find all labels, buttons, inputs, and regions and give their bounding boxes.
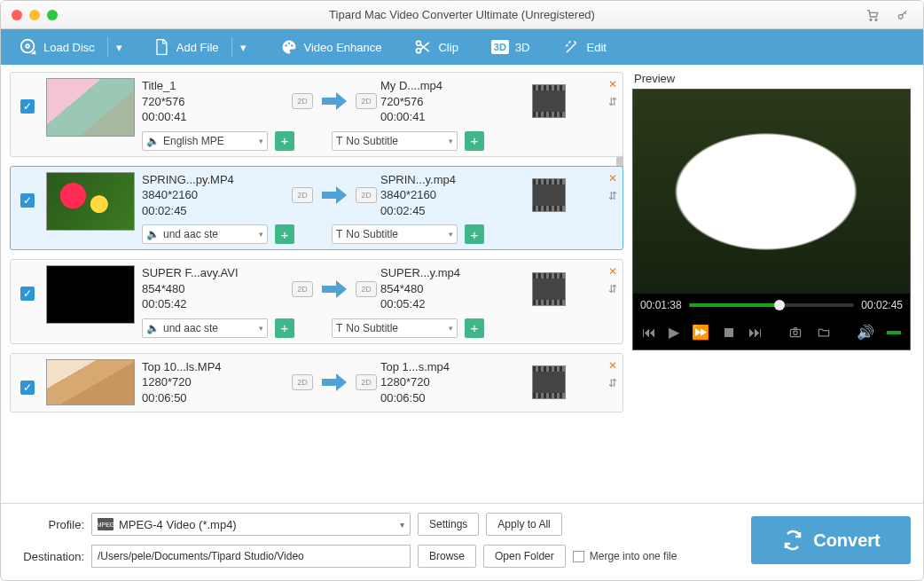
three-d-label: 3D bbox=[515, 41, 530, 54]
output-format-icon[interactable] bbox=[532, 178, 566, 212]
disc-icon bbox=[19, 37, 38, 57]
thumbnail[interactable] bbox=[46, 172, 135, 231]
main-toolbar: Load Disc ▾ Add File ▾ Video Enhance Cli… bbox=[1, 29, 923, 65]
convert-arrow-icon bbox=[317, 183, 352, 208]
add-audio-button[interactable]: + bbox=[275, 224, 294, 244]
target-resolution: 1280*720 bbox=[380, 374, 527, 390]
list-item[interactable]: ✓ SUPER F...avy.AVI 854*480 00:05:42 2D … bbox=[10, 259, 623, 344]
add-subtitle-button[interactable]: + bbox=[465, 131, 484, 151]
add-subtitle-button[interactable]: + bbox=[465, 318, 484, 338]
add-file-icon bbox=[152, 37, 171, 57]
open-folder-button[interactable]: Open Folder bbox=[483, 545, 566, 568]
remove-item-icon[interactable]: ✕ bbox=[608, 265, 617, 278]
list-item[interactable]: ✓ Top 10...ls.MP4 1280*720 00:06:50 2D 2… bbox=[10, 353, 623, 412]
convert-arrow-icon bbox=[317, 277, 352, 302]
subtitle-icon: T bbox=[336, 135, 342, 147]
video-enhance-button[interactable]: Video Enhance bbox=[272, 29, 389, 65]
three-d-button[interactable]: 3D 3D bbox=[483, 29, 537, 65]
seek-slider[interactable] bbox=[689, 303, 855, 307]
subtitle-icon: T bbox=[336, 322, 342, 334]
add-file-dropdown[interactable]: ▾ bbox=[231, 37, 254, 57]
load-disc-button[interactable]: Load Disc bbox=[12, 29, 102, 65]
thumbnail[interactable] bbox=[46, 78, 135, 137]
svg-point-4 bbox=[26, 44, 29, 48]
move-item-icon[interactable]: ⇵ bbox=[608, 283, 617, 295]
prev-button[interactable]: ⏮ bbox=[642, 325, 656, 341]
move-item-icon[interactable]: ⇵ bbox=[608, 96, 617, 108]
convert-label: Convert bbox=[813, 530, 881, 551]
snapshot-button[interactable] bbox=[787, 326, 803, 339]
clip-label: Clip bbox=[438, 41, 458, 54]
subtitle-select[interactable]: TNo Subtitle▾ bbox=[332, 131, 458, 151]
profile-value: MPEG-4 Video (*.mp4) bbox=[119, 518, 237, 531]
apply-to-all-button[interactable]: Apply to All bbox=[486, 513, 561, 536]
audio-track-select[interactable]: 🔈und aac ste▾ bbox=[142, 318, 268, 338]
source-filename: Top 10...ls.MP4 bbox=[142, 359, 288, 375]
source-duration: 00:02:45 bbox=[142, 203, 288, 219]
source-filename: SUPER F...avy.AVI bbox=[142, 265, 288, 281]
volume-icon[interactable]: 🔊 bbox=[857, 324, 874, 341]
next-button[interactable]: ⏭ bbox=[748, 325, 763, 341]
add-audio-button[interactable]: + bbox=[275, 318, 294, 338]
profile-label: Profile: bbox=[13, 518, 84, 531]
destination-path[interactable]: /Users/pele/Documents/Tipard Studio/Vide… bbox=[91, 545, 411, 568]
target-duration: 00:00:41 bbox=[380, 109, 527, 125]
settings-button[interactable]: Settings bbox=[418, 513, 479, 536]
source-2d-badge: 2D bbox=[292, 281, 313, 297]
clip-button[interactable]: Clip bbox=[406, 29, 465, 65]
target-resolution: 720*576 bbox=[380, 94, 527, 110]
stop-button[interactable]: ⏹ bbox=[722, 325, 736, 341]
add-subtitle-button[interactable]: + bbox=[465, 224, 484, 244]
play-button[interactable]: ▶ bbox=[669, 324, 679, 341]
load-disc-dropdown[interactable]: ▾ bbox=[107, 37, 130, 57]
row-checkbox[interactable]: ✓ bbox=[20, 287, 35, 301]
svg-point-5 bbox=[285, 44, 286, 46]
merge-checkbox[interactable]: Merge into one file bbox=[573, 550, 677, 562]
output-format-icon[interactable] bbox=[532, 84, 566, 118]
profile-select[interactable]: MPEG MPEG-4 Video (*.mp4) ▾ bbox=[91, 513, 411, 536]
preview-player: 00:01:38 00:02:45 ⏮ ▶ ⏩ ⏹ ⏭ 🔊 bbox=[632, 89, 911, 350]
target-duration: 00:06:50 bbox=[380, 390, 527, 406]
remove-item-icon[interactable]: ✕ bbox=[608, 359, 617, 372]
edit-button[interactable]: Edit bbox=[555, 29, 614, 65]
convert-icon bbox=[781, 530, 804, 551]
three-d-icon: 3D bbox=[490, 37, 510, 57]
total-time: 00:02:45 bbox=[861, 299, 903, 311]
add-audio-button[interactable]: + bbox=[275, 131, 294, 151]
audio-track-select[interactable]: 🔈English MPE▾ bbox=[142, 131, 268, 151]
audio-track-select[interactable]: 🔈und aac ste▾ bbox=[142, 224, 268, 244]
bottom-panel: Profile: MPEG MPEG-4 Video (*.mp4) ▾ Set… bbox=[1, 503, 923, 580]
thumbnail[interactable] bbox=[46, 359, 135, 405]
palette-icon bbox=[279, 37, 299, 57]
preview-screen[interactable] bbox=[633, 90, 910, 294]
titlebar: Tipard Mac Video Converter Ultimate (Unr… bbox=[1, 1, 923, 29]
move-item-icon[interactable]: ⇵ bbox=[608, 190, 617, 202]
browse-button[interactable]: Browse bbox=[418, 545, 476, 568]
source-filename: SPRING...py.MP4 bbox=[142, 172, 288, 188]
subtitle-select[interactable]: TNo Subtitle▾ bbox=[332, 224, 458, 244]
preview-label: Preview bbox=[632, 72, 911, 85]
svg-point-7 bbox=[291, 44, 293, 46]
list-item[interactable]: ✓ SPRING...py.MP4 3840*2160 00:02:45 2D … bbox=[10, 166, 623, 251]
file-list: ✓ Title_1 720*576 00:00:41 2D 2D bbox=[10, 72, 623, 503]
svg-point-3 bbox=[21, 40, 35, 53]
subtitle-select[interactable]: TNo Subtitle▾ bbox=[332, 318, 458, 338]
thumbnail[interactable] bbox=[46, 265, 135, 324]
list-item[interactable]: ✓ Title_1 720*576 00:00:41 2D 2D bbox=[10, 72, 623, 157]
row-checkbox[interactable]: ✓ bbox=[20, 99, 35, 114]
remove-item-icon[interactable]: ✕ bbox=[608, 172, 617, 185]
convert-button[interactable]: Convert bbox=[751, 516, 911, 564]
output-format-icon[interactable] bbox=[532, 272, 566, 306]
add-file-label: Add File bbox=[176, 41, 219, 54]
row-checkbox[interactable]: ✓ bbox=[20, 381, 35, 395]
move-item-icon[interactable]: ⇵ bbox=[608, 377, 617, 389]
row-checkbox[interactable]: ✓ bbox=[20, 193, 35, 208]
snapshot-folder-button[interactable] bbox=[816, 326, 832, 339]
output-format-icon[interactable] bbox=[532, 365, 566, 399]
volume-slider[interactable] bbox=[887, 331, 901, 334]
remove-item-icon[interactable]: ✕ bbox=[608, 78, 617, 90]
add-file-button[interactable]: Add File bbox=[145, 29, 226, 65]
source-2d-badge: 2D bbox=[292, 187, 313, 203]
fast-forward-button[interactable]: ⏩ bbox=[692, 324, 709, 341]
target-2d-badge: 2D bbox=[356, 93, 377, 109]
